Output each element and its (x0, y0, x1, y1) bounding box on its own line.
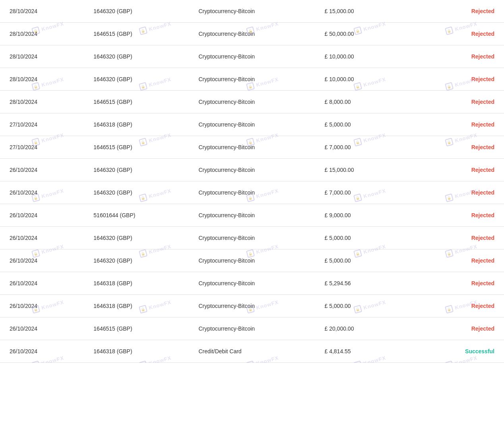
row-amount: £ 15,000.00 (315, 159, 420, 181)
row-type: Credit/Debit Card (189, 340, 315, 363)
table-row: 27/10/2024 1646515 (GBP) Cryptocurrency-… (0, 136, 504, 159)
row-amount: £ 4,814.55 (315, 340, 420, 363)
row-account: 1646320 (GBP) (84, 45, 189, 68)
row-date: 26/10/2024 (0, 272, 84, 295)
row-status: Rejected (420, 113, 504, 136)
row-date: 26/10/2024 (0, 159, 84, 181)
row-account: 1646318 (GBP) (84, 113, 189, 136)
row-date: 28/10/2024 (0, 91, 84, 113)
row-status: Rejected (420, 181, 504, 204)
row-status: Rejected (420, 159, 504, 181)
row-amount: £ 9,000.00 (315, 204, 420, 227)
row-date: 26/10/2024 (0, 249, 84, 272)
table-row: 26/10/2024 1646318 (GBP) Cryptocurrency-… (0, 272, 504, 295)
row-type: Cryptocurrency-Bitcoin (189, 68, 315, 91)
row-amount: £ 20,000.00 (315, 317, 420, 340)
row-status: Rejected (420, 204, 504, 227)
row-status: Rejected (420, 0, 504, 23)
row-account: 1646318 (GBP) (84, 272, 189, 295)
row-amount: £ 8,000.00 (315, 91, 420, 113)
table-row: 28/10/2024 1646515 (GBP) Cryptocurrency-… (0, 23, 504, 45)
row-date: 28/10/2024 (0, 23, 84, 45)
row-date: 28/10/2024 (0, 68, 84, 91)
row-type: Cryptocurrency-Bitcoin (189, 0, 315, 23)
table-row: 28/10/2024 1646320 (GBP) Cryptocurrency-… (0, 68, 504, 91)
row-status: Rejected (420, 23, 504, 45)
row-type: Cryptocurrency-Bitcoin (189, 295, 315, 317)
row-type: Cryptocurrency-Bitcoin (189, 204, 315, 227)
row-amount: £ 5,294.56 (315, 272, 420, 295)
row-type: Cryptocurrency-Bitcoin (189, 181, 315, 204)
row-type: Cryptocurrency-Bitcoin (189, 23, 315, 45)
row-date: 27/10/2024 (0, 136, 84, 159)
row-account: 1646320 (GBP) (84, 0, 189, 23)
row-amount: £ 5,000.00 (315, 295, 420, 317)
row-status: Rejected (420, 295, 504, 317)
row-date: 28/10/2024 (0, 45, 84, 68)
row-status: Rejected (420, 91, 504, 113)
row-amount: £ 5,000.00 (315, 227, 420, 249)
row-amount: £ 10,000.00 (315, 45, 420, 68)
table-row: 26/10/2024 1646320 (GBP) Cryptocurrency-… (0, 181, 504, 204)
row-account: 51601644 (GBP) (84, 204, 189, 227)
row-date: 26/10/2024 (0, 204, 84, 227)
table-row: 27/10/2024 1646318 (GBP) Cryptocurrency-… (0, 113, 504, 136)
row-date: 26/10/2024 (0, 340, 84, 363)
row-type: Cryptocurrency-Bitcoin (189, 227, 315, 249)
row-status: Rejected (420, 272, 504, 295)
transactions-table-container: 🔒KnowFX🔒KnowFX🔒KnowFX🔒KnowFX🔒KnowFX🔒Know… (0, 0, 504, 363)
transactions-table: 28/10/2024 1646320 (GBP) Cryptocurrency-… (0, 0, 504, 363)
row-status: Rejected (420, 45, 504, 68)
row-type: Cryptocurrency-Bitcoin (189, 91, 315, 113)
row-status: Rejected (420, 317, 504, 340)
row-type: Cryptocurrency-Bitcoin (189, 272, 315, 295)
table-row: 26/10/2024 1646320 (GBP) Cryptocurrency-… (0, 159, 504, 181)
table-row: 26/10/2024 1646320 (GBP) Cryptocurrency-… (0, 227, 504, 249)
row-status: Rejected (420, 68, 504, 91)
row-account: 1646318 (GBP) (84, 295, 189, 317)
table-row: 26/10/2024 1646318 (GBP) Cryptocurrency-… (0, 295, 504, 317)
row-account: 1646515 (GBP) (84, 91, 189, 113)
row-type: Cryptocurrency-Bitcoin (189, 159, 315, 181)
row-date: 26/10/2024 (0, 227, 84, 249)
row-type: Cryptocurrency-Bitcoin (189, 113, 315, 136)
row-type: Cryptocurrency-Bitcoin (189, 45, 315, 68)
row-type: Cryptocurrency-Bitcoin (189, 136, 315, 159)
row-amount: £ 5,000.00 (315, 249, 420, 272)
table-row: 26/10/2024 51601644 (GBP) Cryptocurrency… (0, 204, 504, 227)
table-row: 28/10/2024 1646320 (GBP) Cryptocurrency-… (0, 45, 504, 68)
row-account: 1646320 (GBP) (84, 181, 189, 204)
row-status: Successful (420, 340, 504, 363)
table-row: 26/10/2024 1646515 (GBP) Cryptocurrency-… (0, 317, 504, 340)
table-row: 28/10/2024 1646515 (GBP) Cryptocurrency-… (0, 91, 504, 113)
row-status: Rejected (420, 249, 504, 272)
row-amount: £ 7,000.00 (315, 136, 420, 159)
row-type: Cryptocurrency-Bitcoin (189, 317, 315, 340)
row-account: 1646515 (GBP) (84, 136, 189, 159)
table-row: 28/10/2024 1646320 (GBP) Cryptocurrency-… (0, 0, 504, 23)
table-row: 26/10/2024 1646318 (GBP) Credit/Debit Ca… (0, 340, 504, 363)
row-account: 1646320 (GBP) (84, 68, 189, 91)
table-row: 26/10/2024 1646320 (GBP) Cryptocurrency-… (0, 249, 504, 272)
row-account: 1646318 (GBP) (84, 340, 189, 363)
row-date: 26/10/2024 (0, 295, 84, 317)
row-amount: £ 10,000.00 (315, 68, 420, 91)
row-amount: £ 5,000.00 (315, 113, 420, 136)
row-date: 28/10/2024 (0, 0, 84, 23)
row-date: 26/10/2024 (0, 317, 84, 340)
row-account: 1646320 (GBP) (84, 227, 189, 249)
row-amount: £ 15,000.00 (315, 0, 420, 23)
row-date: 26/10/2024 (0, 181, 84, 204)
row-status: Rejected (420, 136, 504, 159)
row-account: 1646515 (GBP) (84, 23, 189, 45)
row-account: 1646320 (GBP) (84, 159, 189, 181)
row-type: Cryptocurrency-Bitcoin (189, 249, 315, 272)
row-account: 1646320 (GBP) (84, 249, 189, 272)
row-amount: £ 7,000.00 (315, 181, 420, 204)
row-account: 1646515 (GBP) (84, 317, 189, 340)
row-date: 27/10/2024 (0, 113, 84, 136)
row-status: Rejected (420, 227, 504, 249)
row-amount: £ 50,000.00 (315, 23, 420, 45)
